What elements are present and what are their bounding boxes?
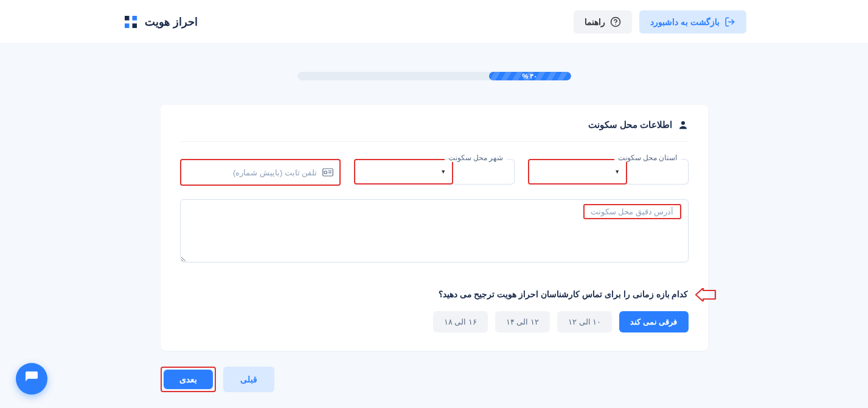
- option-12-14[interactable]: ۱۲ الی ۱۴: [495, 311, 550, 332]
- option-any[interactable]: فرقی نمی کند: [619, 311, 688, 332]
- chat-widget-button[interactable]: [16, 363, 47, 395]
- chat-icon: [24, 370, 39, 387]
- option-10-12[interactable]: ۱۰ الی ۱۲: [557, 311, 612, 332]
- step-navigation: قبلی بعدی: [161, 367, 708, 392]
- phone-field: [180, 159, 341, 186]
- back-label: بازگشت به داشبورد: [650, 17, 720, 27]
- help-button[interactable]: راهنما: [574, 10, 632, 33]
- province-label: استان محل سکونت: [614, 153, 681, 162]
- svg-point-3: [681, 121, 685, 125]
- address-placeholder-label: آدرس دقیق محل سکونت: [583, 204, 681, 219]
- progress-container: ۳۰ %: [0, 72, 868, 80]
- address-field: آدرس دقیق محل سکونت: [180, 199, 689, 265]
- option-16-18[interactable]: ۱۶ الی ۱۸: [433, 311, 488, 332]
- province-select[interactable]: ▼: [528, 159, 628, 185]
- phone-input[interactable]: [187, 168, 318, 177]
- arrow-left-icon: [695, 288, 717, 304]
- time-options: فرقی نمی کند ۱۰ الی ۱۲ ۱۲ الی ۱۴ ۱۶ الی …: [180, 311, 689, 332]
- next-button[interactable]: بعدی: [164, 370, 213, 389]
- residence-card: اطلاعات محل سکونت استان محل سکونت ▼ شهر …: [161, 105, 708, 351]
- progress-label: ۳۰ %: [523, 72, 538, 80]
- card-title: اطلاعات محل سکونت: [588, 119, 672, 130]
- brand-icon: [122, 13, 140, 31]
- city-text-part[interactable]: [453, 159, 514, 185]
- help-icon: [610, 16, 621, 27]
- chevron-down-icon: ▼: [614, 169, 620, 175]
- progress-bar: ۳۰ %: [297, 72, 571, 80]
- person-icon: [678, 119, 689, 130]
- help-label: راهنما: [585, 17, 605, 27]
- time-question-row: کدام بازه زمانی را برای تماس کارشناسان ا…: [180, 289, 689, 299]
- progress-fill: ۳۰ %: [489, 72, 571, 80]
- brand-text: احراز هویت: [145, 15, 198, 29]
- svg-point-5: [324, 171, 327, 174]
- province-field: استان محل سکونت ▼: [528, 159, 689, 186]
- next-button-highlight: بعدی: [161, 367, 216, 392]
- logout-icon: [724, 16, 735, 27]
- chevron-down-icon: ▼: [440, 169, 446, 175]
- city-field: شهر محل سکونت ▼: [354, 159, 515, 186]
- back-to-dashboard-button[interactable]: بازگشت به داشبورد: [639, 10, 746, 33]
- time-question-text: کدام بازه زمانی را برای تماس کارشناسان ا…: [439, 289, 689, 299]
- province-text-part[interactable]: [627, 159, 688, 185]
- brand-logo: احراز هویت: [122, 13, 198, 31]
- phone-card-icon: [322, 168, 333, 177]
- app-header: بازگشت به داشبورد راهنما احراز هویت: [0, 0, 868, 44]
- city-label: شهر محل سکونت: [445, 153, 507, 162]
- prev-button[interactable]: قبلی: [223, 367, 274, 392]
- city-select[interactable]: ▼: [354, 159, 454, 185]
